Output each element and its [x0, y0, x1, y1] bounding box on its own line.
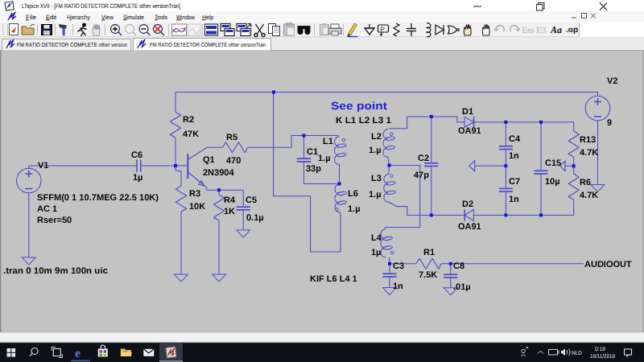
svg-text:7.5K: 7.5K [419, 270, 437, 280]
svg-text:33p: 33p [306, 164, 321, 174]
svg-text:1µ: 1µ [371, 248, 381, 257]
svg-text:R13: R13 [580, 135, 596, 145]
svg-text:4.7K: 4.7K [580, 148, 598, 158]
svg-text:1K: 1K [224, 207, 235, 216]
svg-text:Window: Window [176, 14, 195, 21]
svg-text:NLD: NLD [572, 351, 582, 356]
svg-text:Edit: Edit [46, 14, 57, 21]
svg-text:L4: L4 [371, 233, 382, 243]
svg-text:10K: 10K [189, 202, 205, 212]
svg-text:.tran 0 10m 9m 100n uic: .tran 0 10m 9m 100n uic [3, 266, 108, 276]
svg-text:L2: L2 [371, 132, 382, 142]
svg-text:OA91: OA91 [458, 222, 481, 232]
svg-text:L6: L6 [348, 189, 358, 199]
svg-text:1n: 1n [509, 151, 519, 161]
svg-text:C5: C5 [246, 195, 257, 205]
svg-text:47p: 47p [414, 171, 429, 180]
svg-text:V1: V1 [38, 161, 48, 171]
svg-text:4.7K: 4.7K [580, 191, 598, 200]
svg-text:10µ: 10µ [545, 177, 560, 187]
svg-text:1n: 1n [509, 195, 519, 204]
svg-text:Hierarchy: Hierarchy [67, 14, 90, 21]
svg-text:1.µ: 1.µ [369, 190, 382, 200]
svg-text:R2: R2 [183, 115, 194, 125]
svg-text:R6: R6 [580, 178, 591, 187]
svg-text:R3: R3 [189, 189, 200, 199]
svg-text:1.µ: 1.µ [369, 146, 382, 155]
svg-text:OA91: OA91 [458, 126, 481, 136]
svg-text:KIF L6 L4 1: KIF L6 L4 1 [310, 274, 357, 284]
svg-text:FM RATIO DETECTOR COMPLETE oth: FM RATIO DETECTOR COMPLETE other version [17, 42, 127, 48]
svg-text:0:18: 0:18 [595, 347, 605, 352]
svg-text:Rser=50: Rser=50 [37, 216, 72, 225]
svg-text:K L1 L2 L3 1: K L1 L2 L3 1 [336, 116, 391, 125]
svg-text:Simulate: Simulate [123, 14, 144, 21]
svg-text:D1: D1 [462, 107, 473, 117]
svg-text:AC 1: AC 1 [37, 204, 57, 214]
svg-text:2N3904: 2N3904 [203, 168, 234, 178]
svg-text:1n: 1n [393, 282, 403, 291]
svg-text:Em: Em [522, 26, 535, 35]
svg-text:File: File [26, 14, 36, 21]
svg-text:C2: C2 [418, 154, 429, 163]
svg-text:C8: C8 [453, 261, 464, 271]
svg-text:C15: C15 [545, 158, 561, 168]
svg-text:View: View [101, 14, 114, 21]
svg-text:C7: C7 [509, 177, 520, 187]
svg-text:.op: .op [566, 26, 578, 35]
svg-text:Q1: Q1 [203, 155, 215, 165]
svg-text:LTspice XVII - [FM RATIO DETEC: LTspice XVII - [FM RATIO DETECTOR COMPLE… [22, 2, 180, 10]
svg-text:9: 9 [607, 118, 612, 128]
svg-text:1.µ: 1.µ [318, 154, 331, 163]
svg-text:AUDIOOUT: AUDIOOUT [584, 260, 632, 269]
svg-text:P: P [381, 26, 385, 33]
svg-text:0.1µ: 0.1µ [246, 213, 264, 223]
svg-text:R4: R4 [224, 195, 236, 205]
svg-text:C3: C3 [393, 261, 404, 271]
svg-text:V2: V2 [607, 76, 617, 86]
svg-text:47K: 47K [183, 130, 199, 139]
svg-text:470: 470 [226, 156, 241, 166]
svg-text:C4: C4 [509, 134, 521, 144]
svg-text:.01µ: .01µ [453, 282, 471, 292]
svg-text:e: e [75, 347, 80, 360]
svg-text:L1: L1 [323, 137, 333, 146]
svg-text:Aa: Aa [550, 24, 562, 35]
svg-text:See point: See point [331, 100, 388, 112]
svg-text:1µ: 1µ [133, 173, 142, 183]
svg-text:FM RATIO DETECTOR COMPLETE oth: FM RATIO DETECTOR COMPLETE other version… [150, 42, 266, 48]
svg-text:E3: E3 [536, 26, 547, 35]
svg-text:16/11/2018: 16/11/2018 [590, 353, 615, 360]
svg-text:C6: C6 [131, 150, 142, 160]
svg-text:D2: D2 [462, 200, 473, 209]
svg-text:C1: C1 [307, 147, 318, 157]
svg-text:Help: Help [202, 14, 214, 21]
svg-text:L3: L3 [371, 174, 382, 183]
svg-text:Tools: Tools [155, 14, 167, 21]
svg-text:SFFM(0 1 10.7MEG 22.5 10K): SFFM(0 1 10.7MEG 22.5 10K) [37, 193, 159, 203]
svg-text:R5: R5 [226, 133, 237, 142]
svg-text:1.µ: 1.µ [348, 204, 361, 214]
svg-text:R1: R1 [423, 248, 435, 257]
